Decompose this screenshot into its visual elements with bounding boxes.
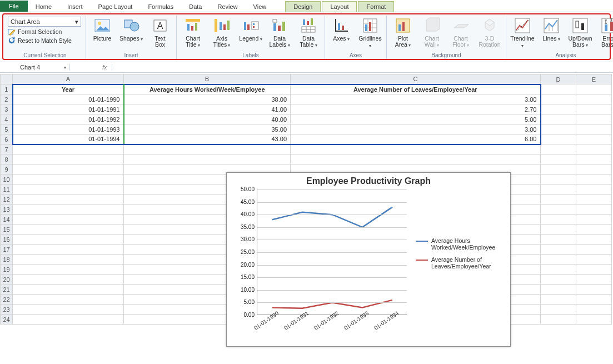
row-header[interactable]: 11 (1, 185, 13, 195)
cell[interactable] (541, 305, 576, 315)
cell[interactable] (13, 235, 124, 245)
chart-element-combo[interactable]: Chart Area ▾ (8, 17, 81, 27)
cell[interactable] (576, 255, 612, 265)
col-header-B[interactable]: B (124, 74, 291, 84)
cell[interactable] (13, 265, 124, 275)
cell[interactable] (13, 185, 124, 195)
cell[interactable]: 01-01-1991 (13, 104, 124, 114)
cell[interactable] (13, 164, 124, 174)
cell[interactable]: 40.00 (124, 114, 291, 124)
cell[interactable]: 43.00 (124, 134, 291, 144)
col-header-D[interactable]: D (541, 74, 576, 84)
cell[interactable] (576, 245, 612, 255)
row-header[interactable]: 17 (1, 245, 13, 255)
name-box[interactable]: Chart 4 ▾ (17, 64, 70, 71)
row-header[interactable]: 13 (1, 205, 13, 215)
cell[interactable] (541, 164, 576, 174)
legend-entry[interactable]: Average Number of Leaves/Employee/Year (416, 256, 505, 270)
embedded-chart[interactable]: Employee Productivity Graph Average Hour… (226, 172, 511, 325)
cell[interactable] (541, 84, 576, 94)
cell[interactable] (541, 134, 576, 144)
cell[interactable] (576, 295, 612, 305)
cell[interactable]: 01-01-1993 (13, 124, 124, 134)
cell[interactable] (124, 154, 291, 164)
cell[interactable] (576, 114, 612, 124)
data-labels-button[interactable]: Data Labels (267, 16, 292, 48)
row-header[interactable]: 6 (1, 134, 13, 144)
cell[interactable] (541, 285, 576, 295)
cell[interactable] (541, 215, 576, 225)
cell[interactable] (541, 315, 576, 325)
cell[interactable] (13, 215, 124, 225)
gridlines-button[interactable]: Gridlines (357, 16, 383, 49)
cell[interactable] (576, 205, 612, 215)
select-all-corner[interactable] (1, 74, 13, 84)
legend-entry[interactable]: Average Hours Worked/Week/Employee (416, 237, 505, 251)
col-header-C[interactable]: C (291, 74, 541, 84)
tab-review[interactable]: Review (210, 2, 245, 12)
row-header[interactable]: 18 (1, 255, 13, 265)
cell[interactable] (541, 265, 576, 275)
row-header[interactable]: 23 (1, 305, 13, 315)
tab-formulas[interactable]: Formulas (140, 2, 181, 12)
tab-layout[interactable]: Layout (322, 1, 357, 12)
cell[interactable] (576, 84, 612, 94)
cell[interactable]: 3.00 (291, 124, 541, 134)
row-header[interactable]: 15 (1, 225, 13, 235)
cell[interactable]: 41.00 (124, 104, 291, 114)
cell[interactable] (541, 245, 576, 255)
tab-insert[interactable]: Insert (59, 2, 91, 12)
cell[interactable] (541, 124, 576, 134)
cell[interactable] (541, 255, 576, 265)
row-header[interactable]: 21 (1, 285, 13, 295)
row-header[interactable]: 5 (1, 124, 13, 134)
cell[interactable] (576, 285, 612, 295)
cell[interactable] (576, 265, 612, 275)
cell[interactable] (541, 94, 576, 104)
cell[interactable] (576, 134, 612, 144)
row-header[interactable]: 19 (1, 265, 13, 275)
row-header[interactable]: 7 (1, 144, 13, 154)
cell[interactable] (541, 195, 576, 205)
cell[interactable] (576, 144, 612, 154)
format-selection-button[interactable]: Format Selection (8, 28, 82, 36)
cell[interactable] (541, 225, 576, 235)
cell[interactable] (576, 195, 612, 205)
cell[interactable]: Average Hours Worked/Week/Employee (124, 84, 291, 94)
row-header[interactable]: 9 (1, 164, 13, 174)
row-header[interactable]: 3 (1, 104, 13, 114)
tab-page-layout[interactable]: Page Layout (91, 2, 141, 12)
lines-button[interactable]: Lines (539, 16, 564, 42)
tab-view[interactable]: View (246, 2, 275, 12)
cell[interactable] (576, 185, 612, 195)
row-header[interactable]: 14 (1, 215, 13, 225)
cell[interactable] (13, 144, 124, 154)
plot-area[interactable] (257, 190, 407, 315)
cell[interactable] (13, 154, 124, 164)
row-header[interactable]: 10 (1, 174, 13, 185)
shapes-button[interactable]: Shapes (118, 16, 144, 42)
cell[interactable] (541, 235, 576, 245)
cell[interactable] (541, 275, 576, 285)
tab-data[interactable]: Data (181, 2, 210, 12)
cell[interactable] (576, 315, 612, 325)
cell[interactable] (291, 154, 541, 164)
cell[interactable]: 6.00 (291, 134, 541, 144)
cell[interactable] (576, 104, 612, 114)
cell[interactable]: 01-01-1994 (13, 134, 124, 144)
cell[interactable] (13, 195, 124, 205)
cell[interactable] (576, 174, 612, 185)
cell[interactable] (13, 295, 124, 305)
data-table-button[interactable]: Data Table (296, 16, 321, 48)
cell[interactable] (13, 255, 124, 265)
cell[interactable]: 5.00 (291, 114, 541, 124)
cell[interactable] (576, 124, 612, 134)
axes-button[interactable]: Axes (328, 16, 354, 42)
tab-design[interactable]: Design (285, 1, 321, 12)
row-header[interactable]: 24 (1, 315, 13, 325)
cell[interactable]: 01-01-1992 (13, 114, 124, 124)
cell[interactable] (541, 205, 576, 215)
reset-style-button[interactable]: Reset to Match Style (8, 37, 82, 44)
cell[interactable] (13, 275, 124, 285)
col-header-A[interactable]: A (13, 74, 124, 84)
